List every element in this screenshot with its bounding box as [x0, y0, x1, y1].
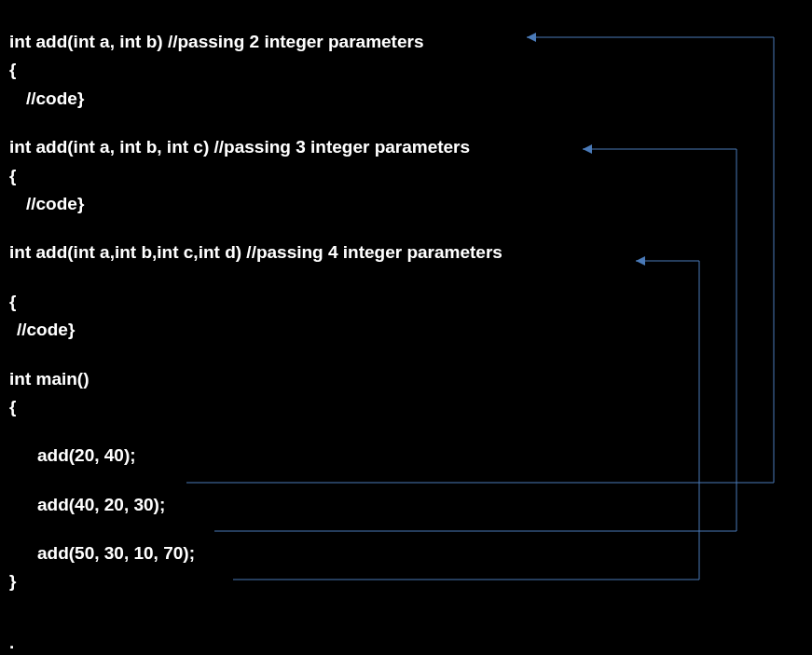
main-open-brace: { [9, 393, 812, 421]
main-signature: int main() [9, 365, 812, 393]
func1-body: //code} [9, 85, 812, 113]
trailing-dot: . [9, 633, 14, 653]
func3-open-brace: { [9, 288, 812, 316]
main-call1: add(20, 40); [9, 442, 812, 470]
func3-body: //code} [9, 316, 812, 344]
main-call3: add(50, 30, 10, 70); [9, 539, 812, 567]
func2-signature: int add(int a, int b, int c) //passing 3… [9, 133, 812, 161]
func2-body: //code} [9, 190, 812, 218]
main-call2: add(40, 20, 30); [9, 491, 812, 519]
code-block: int add(int a, int b) //passing 2 intege… [0, 0, 812, 596]
func3-signature: int add(int a,int b,int c,int d) //passi… [9, 239, 812, 266]
main-close-brace: } [9, 567, 812, 595]
func1-open-brace: { [9, 56, 812, 84]
func2-open-brace: { [9, 162, 812, 190]
func1-signature: int add(int a, int b) //passing 2 intege… [9, 28, 812, 56]
